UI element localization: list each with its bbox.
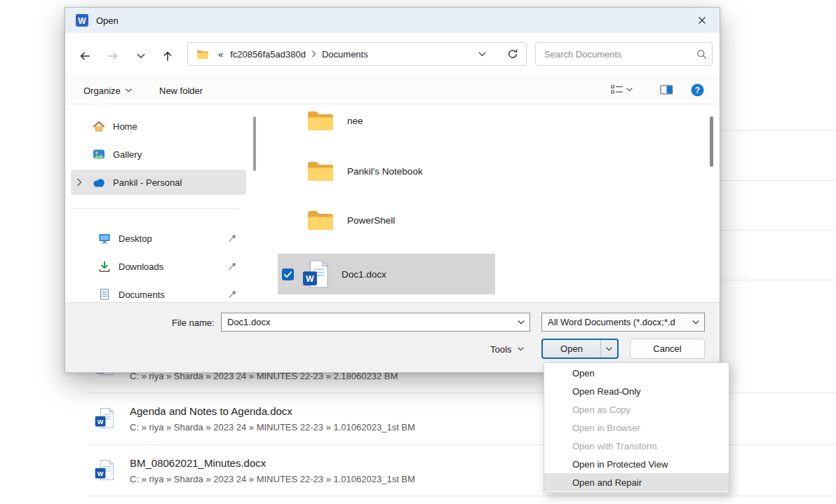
recent-file-title: Agenda and Notes to Agenda.docx [130,405,292,417]
dialog-footer: File name: All Word Documents (*.docx;*.… [65,302,720,372]
chevron-down-icon[interactable] [513,320,530,325]
dialog-titlebar[interactable]: W Open [65,8,720,33]
forward-button[interactable] [103,46,123,66]
menu-item-open[interactable]: Open [544,364,729,382]
navigation-bar: « fc20856fa5ad380d Documents [65,33,720,75]
dialog-content: Home Gallery [65,104,720,302]
word-app-icon: W [75,13,89,27]
folder-name: Pankil's Notebook [347,166,423,177]
file-type-combobox[interactable]: All Word Documents (*.docx;*.d [541,313,705,332]
checkbox-checked-icon [282,268,294,280]
sidebar: Home Gallery [65,104,253,302]
menu-item-open-in-protected-view[interactable]: Open in Protected View [544,455,729,473]
up-arrow-icon [161,50,174,62]
chevron-down-icon [518,347,524,351]
open-button-menu: Open Open Read-Only Open as Copy Open in… [544,362,729,493]
sidebar-item-home[interactable]: Home [71,114,246,139]
file-item-selected[interactable]: Doc1.docx [278,254,495,294]
search-button[interactable] [691,49,712,60]
pin-icon[interactable] [228,233,238,245]
new-folder-button[interactable]: New folder [159,83,203,98]
folder-name: PowerShell [347,215,395,226]
organize-button[interactable]: Organize [83,83,132,98]
command-bar: Organize New folder [65,75,720,104]
dialog-title: Open [96,15,119,26]
search-input[interactable] [536,49,691,60]
svg-text:W: W [78,16,86,26]
chevron-down-icon[interactable] [687,320,704,325]
pin-icon[interactable] [228,290,238,301]
folder-name: nee [347,116,363,126]
menu-item-open-read-only[interactable]: Open Read-Only [544,382,729,400]
search-icon [696,49,707,60]
chevron-down-icon [126,88,132,93]
row-separator [88,496,836,496]
chevron-down-icon [606,347,612,351]
open-button[interactable]: Open [543,340,600,357]
sidebar-item-desktop[interactable]: Desktop [71,226,246,251]
folder-icon [306,109,335,132]
file-name-combobox[interactable] [221,313,530,332]
word-file-icon [95,459,114,481]
breadcrumb-segment[interactable]: fc20856fa5ad380d [227,46,309,62]
preview-pane-button[interactable] [660,81,673,98]
sidebar-item-label: Documents [119,290,165,300]
folder-icon [196,49,209,60]
address-dropdown-button[interactable] [473,45,491,63]
cancel-button[interactable]: Cancel [630,339,705,359]
sidebar-item-downloads[interactable]: Downloads [71,254,246,279]
sidebar-item-label: Desktop [119,233,152,244]
recent-file-path: C: » riya » Sharda » 2023 24 » MINUTES 2… [130,422,415,433]
screen: C: » riya » Sharda » 2023 24 » MINUTES 2… [0,0,836,504]
up-button[interactable] [158,46,177,66]
file-name-input[interactable] [222,317,513,327]
desktop-icon [97,233,112,245]
recent-locations-button[interactable] [131,46,151,66]
breadcrumb-segment[interactable]: Documents [318,46,372,62]
view-options-button[interactable] [611,81,633,98]
open-dropdown-button[interactable] [600,340,617,357]
folder-item[interactable]: Pankil's Notebook [306,156,423,186]
close-icon [697,15,707,25]
sidebar-item-label: Downloads [119,261,163,272]
file-name: Doc1.docx [342,269,386,280]
chevron-down-icon [478,52,486,57]
pin-icon[interactable] [228,261,238,273]
chevron-down-icon [137,53,145,59]
file-type-value: All Word Documents (*.docx;*.d [542,317,687,327]
breadcrumb-separator-icon [309,50,318,57]
sidebar-item-gallery[interactable]: Gallery [71,142,246,167]
back-arrow-icon [79,50,91,62]
folder-item[interactable]: PowerShell [306,205,395,235]
sidebar-item-onedrive-personal[interactable]: Pankil - Personal [71,170,246,195]
tools-button[interactable]: Tools [490,341,524,357]
gallery-icon [92,148,106,161]
menu-item-open-as-copy: Open as Copy [544,400,729,418]
chevron-right-icon[interactable] [76,178,85,186]
back-button[interactable] [75,46,95,66]
menu-item-open-with-transform: Open with Transform [544,437,729,455]
folder-item[interactable]: nee [306,106,363,135]
sidebar-item-label: Gallery [113,149,142,160]
forward-arrow-icon [107,50,119,62]
preview-pane-icon [660,84,673,95]
address-bar[interactable]: « fc20856fa5ad380d Documents [187,42,527,66]
filelist-scrollbar[interactable] [710,116,713,167]
recent-file-title: BM_08062021_Minutes.docx [130,457,266,469]
home-icon [92,120,106,132]
help-button[interactable]: ? [691,81,704,98]
file-list: nee Pankil's Notebook PowerShell [256,104,720,302]
menu-item-open-and-repair[interactable]: Open and Repair [544,473,729,491]
selection-checkbox[interactable] [282,268,294,280]
menu-item-open-in-browser: Open in Browser [544,418,729,437]
breadcrumb-overflow[interactable]: « [215,46,227,62]
recent-file-path: C: » riya » Sharda » 2023 24 » MINUTES 2… [130,474,415,484]
downloads-icon [97,261,112,273]
close-button[interactable] [692,11,713,29]
search-box[interactable] [535,42,713,66]
documents-icon [97,288,112,301]
sidebar-scrollbar[interactable] [253,116,256,171]
sidebar-divider [72,208,239,209]
refresh-button[interactable] [504,45,522,63]
view-options-icon [611,84,623,95]
